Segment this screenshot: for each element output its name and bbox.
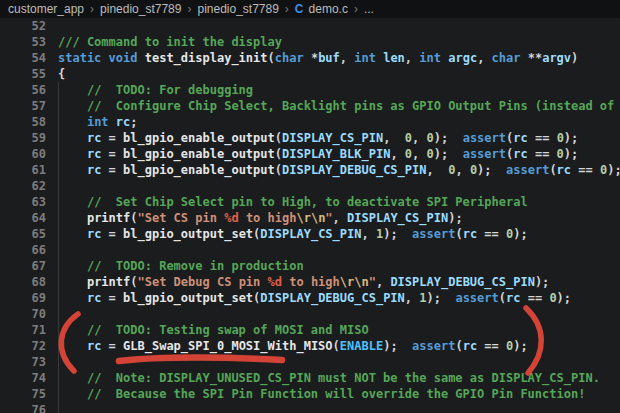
code-text[interactable]: rc = bl_gpio_output_set(DISPLAY_CS_PIN, … [46,226,528,242]
code-lines: 5253/// Command to init the display54sta… [0,18,620,413]
code-line[interactable]: 54static void test_display_init(char *bu… [0,50,620,66]
indent-guide [58,82,59,413]
breadcrumb-item[interactable]: customer_app [8,2,84,16]
code-text[interactable]: rc = bl_gpio_enable_output(DISPLAY_DEBUG… [46,162,620,178]
chevron-right-icon: › [187,2,191,16]
code-text[interactable]: // TODO: Remove in production [46,258,304,274]
line-number: 66 [0,242,46,258]
line-number: 55 [0,66,46,82]
line-number: 52 [0,18,46,34]
code-text[interactable] [46,242,58,258]
code-line[interactable]: 75 // Because the SPI Pin Function will … [0,386,620,402]
breadcrumb-item[interactable]: demo.c [309,2,348,16]
code-text[interactable] [46,178,58,194]
code-line[interactable]: 74 // Note: DISPLAY_UNUSED_CS_PIN must N… [0,370,620,386]
code-line[interactable]: 61 rc = bl_gpio_enable_output(DISPLAY_DE… [0,162,620,178]
code-text[interactable] [46,354,58,370]
code-line[interactable]: 52 [0,18,620,34]
code-text[interactable]: rc = GLB_Swap_SPI_0_MOSI_With_MISO(ENABL… [46,338,528,354]
code-text[interactable]: /// Command to init the display [46,34,282,50]
line-number: 67 [0,258,46,274]
code-line[interactable]: 67 // TODO: Remove in production [0,258,620,274]
code-text[interactable] [46,402,58,413]
code-line[interactable]: 70 [0,306,620,322]
line-number: 60 [0,146,46,162]
code-line[interactable]: 60 rc = bl_gpio_enable_output(DISPLAY_BL… [0,146,620,162]
code-line[interactable]: 69 rc = bl_gpio_output_set(DISPLAY_DEBUG… [0,290,620,306]
code-text[interactable] [46,306,58,322]
code-line[interactable]: 59 rc = bl_gpio_enable_output(DISPLAY_CS… [0,130,620,146]
code-editor[interactable]: 5253/// Command to init the display54sta… [0,18,620,413]
code-text[interactable]: // Because the SPI Pin Function will ove… [46,386,585,402]
line-number: 62 [0,178,46,194]
code-line[interactable]: 56 // TODO: For debugging [0,82,620,98]
line-number: 76 [0,402,46,413]
code-text[interactable]: // TODO: For debugging [46,82,253,98]
line-number: 74 [0,370,46,386]
line-number: 71 [0,322,46,338]
line-number: 63 [0,194,46,210]
line-number: 53 [0,34,46,50]
code-line[interactable]: 63 // Set Chip Select pin to High, to de… [0,194,620,210]
code-line[interactable]: 58 int rc; [0,114,620,130]
code-line[interactable]: 68 printf("Set Debug CS pin %d to high\r… [0,274,620,290]
code-text[interactable]: // TODO: Testing swap of MOSI and MISO [46,322,369,338]
c-file-icon: C [295,2,304,16]
line-number: 57 [0,98,46,114]
chevron-right-icon: › [285,2,289,16]
code-line[interactable]: 53/// Command to init the display [0,34,620,50]
line-number: 65 [0,226,46,242]
line-number: 59 [0,130,46,146]
code-line[interactable]: 65 rc = bl_gpio_output_set(DISPLAY_CS_PI… [0,226,620,242]
code-text[interactable]: rc = bl_gpio_enable_output(DISPLAY_CS_PI… [46,130,578,146]
code-line[interactable]: 62 [0,178,620,194]
code-text[interactable]: printf("Set CS pin %d to high\r\n", DISP… [46,210,463,226]
line-number: 68 [0,274,46,290]
line-number: 72 [0,338,46,354]
line-number: 73 [0,354,46,370]
code-text[interactable]: // Set Chip Select pin to High, to deact… [46,194,528,210]
code-text[interactable]: // Configure Chip Select, Backlight pins… [46,98,614,114]
code-line[interactable]: 64 printf("Set CS pin %d to high\r\n", D… [0,210,620,226]
line-number: 69 [0,290,46,306]
code-text[interactable]: int rc; [46,114,138,130]
line-number: 61 [0,162,46,178]
line-number: 64 [0,210,46,226]
chevron-right-icon: › [354,2,358,16]
code-text[interactable]: { [46,66,65,82]
line-number: 58 [0,114,46,130]
code-line[interactable]: 66 [0,242,620,258]
breadcrumb-item[interactable]: pinedio_st7789 [197,2,278,16]
breadcrumb-item[interactable]: pinedio_st7789 [100,2,181,16]
code-text[interactable]: rc = bl_gpio_output_set(DISPLAY_DEBUG_CS… [46,290,571,306]
chevron-right-icon: › [90,2,94,16]
breadcrumb-item[interactable]: ... [364,2,374,16]
code-text[interactable]: // Note: DISPLAY_UNUSED_CS_PIN must NOT … [46,370,600,386]
line-number: 54 [0,50,46,66]
code-text[interactable] [46,18,58,34]
code-line[interactable]: 73 [0,354,620,370]
line-number: 56 [0,82,46,98]
code-text[interactable]: printf("Set Debug CS pin %d to high\r\n"… [46,274,549,290]
breadcrumb: customer_app›pinedio_st7789›pinedio_st77… [0,0,620,18]
line-number: 70 [0,306,46,322]
code-text[interactable]: static void test_display_init(char *buf,… [46,50,578,66]
code-text[interactable]: rc = bl_gpio_enable_output(DISPLAY_BLK_P… [46,146,578,162]
line-number: 75 [0,386,46,402]
code-line[interactable]: 72 rc = GLB_Swap_SPI_0_MOSI_With_MISO(EN… [0,338,620,354]
code-line[interactable]: 76 [0,402,620,413]
code-line[interactable]: 71 // TODO: Testing swap of MOSI and MIS… [0,322,620,338]
code-line[interactable]: 55{ [0,66,620,82]
code-line[interactable]: 57 // Configure Chip Select, Backlight p… [0,98,620,114]
